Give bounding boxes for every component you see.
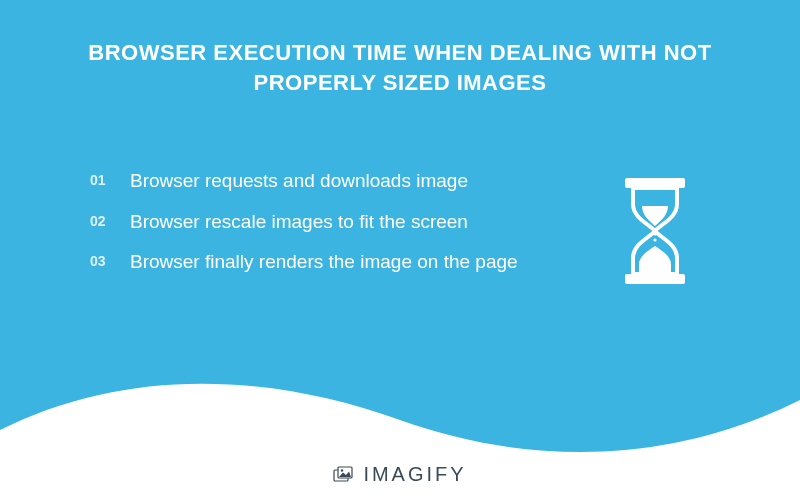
step-number: 03 xyxy=(90,249,130,269)
steps-list: 01 Browser requests and downloads image … xyxy=(90,168,600,290)
step-text: Browser rescale images to fit the screen xyxy=(130,209,468,236)
step-number: 02 xyxy=(90,209,130,229)
step-text: Browser requests and downloads image xyxy=(130,168,468,195)
svg-point-3 xyxy=(653,238,656,241)
brand-name: IMAGIFY xyxy=(363,463,466,486)
hourglass-icon xyxy=(600,168,710,286)
step-number: 01 xyxy=(90,168,130,188)
slide: BROWSER EXECUTION TIME WHEN DEALING WITH… xyxy=(0,0,800,500)
page-title: BROWSER EXECUTION TIME WHEN DEALING WITH… xyxy=(0,0,800,97)
imagify-logo-icon xyxy=(333,466,355,484)
step-text: Browser finally renders the image on the… xyxy=(130,249,518,276)
list-item: 03 Browser finally renders the image on … xyxy=(90,249,600,276)
svg-point-6 xyxy=(341,469,343,471)
list-item: 01 Browser requests and downloads image xyxy=(90,168,600,195)
list-item: 02 Browser rescale images to fit the scr… xyxy=(90,209,600,236)
svg-point-2 xyxy=(653,232,656,235)
footer: IMAGIFY xyxy=(0,463,800,486)
content-area: 01 Browser requests and downloads image … xyxy=(90,168,710,290)
